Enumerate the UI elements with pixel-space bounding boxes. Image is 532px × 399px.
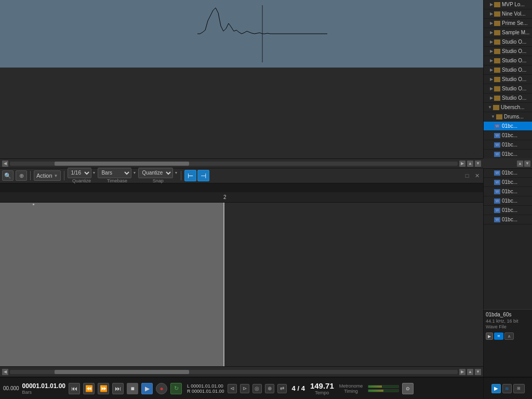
list-item[interactable]: W 01bc...	[484, 187, 532, 196]
preview-wave-icon: ≋	[494, 332, 503, 340]
scroll-right-btn-2[interactable]: ▶	[459, 369, 466, 375]
list-item[interactable]: ▶ Studio O...	[484, 37, 532, 47]
item-label: 01bc...	[502, 170, 517, 176]
tempo-value: 149.71	[310, 381, 334, 390]
close-btn[interactable]: ✕	[473, 171, 481, 180]
forward-btn[interactable]: ⏩	[98, 383, 109, 394]
rp-ext-btn[interactable]: ⊞	[513, 384, 525, 393]
list-item[interactable]: W 01bc...	[484, 168, 532, 178]
arrow-icon: ▶	[490, 30, 493, 35]
scroll-down-btn[interactable]: ▼	[475, 161, 481, 167]
item-label: Studio O...	[502, 39, 526, 45]
scroll-left-btn-2[interactable]: ◀	[2, 369, 8, 375]
item-label: Studio O...	[502, 86, 526, 91]
file-name-display: 01bda_60s	[486, 312, 530, 317]
rp-scroll-down[interactable]: ▼	[524, 161, 530, 167]
horizontal-scrollbar[interactable]	[10, 162, 458, 166]
list-item[interactable]: ▶ Studio O...	[484, 65, 532, 75]
scroll-right-btn[interactable]: ▶	[459, 161, 466, 167]
scroll-left-btn[interactable]: ◀	[2, 161, 8, 167]
wav-icon: W	[494, 142, 500, 148]
play-btn[interactable]: ▶	[141, 383, 153, 394]
close-icon: ✕	[475, 172, 480, 179]
rewind-btn[interactable]: ⏪	[83, 383, 95, 394]
item-label: 01bc...	[502, 179, 517, 185]
wave-icon: ≋	[505, 386, 509, 391]
time-sig-top: 4	[292, 384, 296, 392]
ueberschall-folder[interactable]: ▼ Ubersch...	[484, 103, 532, 112]
list-item[interactable]: ▶ Studio O...	[484, 47, 532, 56]
list-item[interactable]: ▶ Studio O...	[484, 94, 532, 103]
preview-auto-btn[interactable]: A	[504, 332, 514, 340]
item-label: 01bc...	[502, 142, 517, 148]
item-label: Studio O...	[502, 76, 526, 82]
loop-btn[interactable]: ↻	[170, 383, 182, 394]
list-item[interactable]: W 01bc...	[484, 206, 532, 215]
record-btn[interactable]: ●	[156, 383, 167, 394]
list-item[interactable]: W 01bc...	[484, 150, 532, 159]
item-label: Drums...	[504, 114, 524, 119]
item-label: Studio O...	[502, 48, 526, 54]
metronome-label: Metronome	[339, 383, 363, 389]
action-dropdown[interactable]: Action ▼	[34, 170, 61, 181]
timebase-select[interactable]: Bars Seconds Samples	[98, 168, 131, 178]
item-label: 01bc...	[502, 132, 517, 138]
list-item[interactable]: W 01bc...	[484, 215, 532, 224]
right-panel-transport: ▶ ≋ ⊞	[483, 377, 532, 399]
snap-to-end-btn[interactable]: ⊣	[197, 170, 209, 181]
list-item[interactable]: ▶ Sample M...	[484, 28, 532, 37]
wav-file-selected[interactable]: W 01bc...	[484, 122, 532, 131]
item-label: Studio O...	[502, 67, 526, 73]
tool-button[interactable]: ⊕	[16, 170, 27, 181]
sync-icon[interactable]: ⇄	[277, 384, 287, 393]
list-item[interactable]: ▶ Studio O...	[484, 56, 532, 65]
rp-wave-btn[interactable]: ≋	[502, 384, 512, 393]
timing-label: Timing	[344, 389, 358, 394]
scroll-down-btn-2[interactable]: ▼	[475, 369, 481, 375]
quantize-select[interactable]: 1/16 1/8 1/4 1/32	[68, 168, 91, 178]
list-item[interactable]: W 01bc...	[484, 140, 532, 150]
maximize-btn[interactable]: □	[463, 171, 471, 180]
scroll-up-btn-2[interactable]: ▲	[467, 369, 473, 375]
list-item[interactable]: W 01bc...	[484, 178, 532, 187]
list-item[interactable]: ▶ MVP Lo...	[484, 0, 532, 9]
horizontal-scrollbar-2[interactable]	[10, 370, 458, 374]
list-item[interactable]: ▶ Nine Vol...	[484, 9, 532, 19]
preview-play-btn[interactable]: ▶	[486, 332, 493, 340]
rp-play-btn[interactable]: ▶	[491, 384, 501, 393]
separator-1	[30, 171, 31, 180]
list-item[interactable]: W 01bc...	[484, 131, 532, 140]
punch-out-icon[interactable]: ⊳	[240, 384, 249, 393]
list-item[interactable]: ▶ Studio O...	[484, 75, 532, 84]
list-item[interactable]: ▶ Studio O...	[484, 84, 532, 94]
wav-icon: W	[494, 180, 500, 185]
snap-select[interactable]: Quantize Grid Off	[138, 168, 173, 178]
rewind-to-start-btn[interactable]: ⏮	[69, 383, 80, 394]
fast-forward-btn[interactable]: ⏭	[112, 383, 124, 394]
quantize-label: Quantize	[72, 178, 91, 184]
list-item[interactable]: ▶ Prime Se...	[484, 19, 532, 28]
item-label: 01bc...	[502, 207, 517, 213]
snap-to-start-btn[interactable]: ⊢	[184, 170, 196, 181]
arrow-icon: ▶	[490, 39, 493, 44]
precount-icon[interactable]: ⊕	[265, 384, 274, 393]
click-icon[interactable]: ◎	[252, 384, 262, 393]
folder-icon	[494, 77, 500, 82]
folder-icon	[494, 86, 500, 91]
stop-btn[interactable]: ■	[127, 383, 138, 394]
item-label: Prime Se...	[502, 20, 527, 26]
folder-icon	[493, 105, 499, 110]
punch-in-icon[interactable]: ⊲	[228, 384, 237, 393]
folder-icon	[494, 49, 500, 54]
item-label: 01bc...	[502, 123, 517, 129]
ext-icon: ⊞	[517, 386, 521, 391]
scroll-up-btn[interactable]: ▲	[467, 161, 473, 167]
piano-grid-area	[223, 203, 483, 366]
list-item[interactable]: W 01bc...	[484, 196, 532, 206]
rp-scroll-up[interactable]: ▲	[517, 161, 523, 167]
item-label: 01bc...	[502, 189, 517, 194]
drums-folder[interactable]: ▼ Drums...	[484, 112, 532, 122]
folder-icon	[494, 68, 500, 73]
toggle-btn[interactable]: ⊙	[402, 383, 414, 394]
search-button[interactable]: 🔍	[2, 170, 14, 181]
